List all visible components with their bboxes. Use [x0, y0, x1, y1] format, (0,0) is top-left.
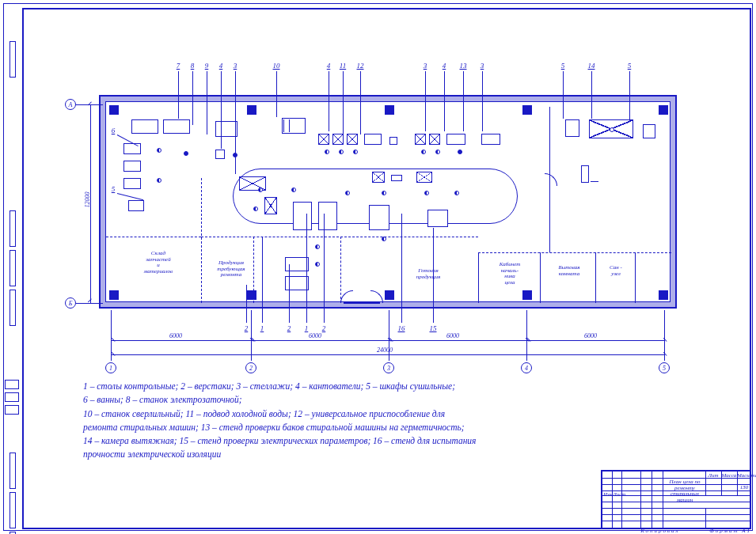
title-block-footer: Копировал Формат А1 — [601, 528, 751, 534]
dim-bay: 6000 — [584, 332, 597, 339]
room-label-incoming: Продукциятребующаяремонта — [209, 260, 253, 278]
callout: 2 — [318, 324, 329, 332]
drawing-title: План цеха по ремонту стиральных машин — [666, 479, 704, 504]
callout: 4 — [215, 62, 226, 70]
tb-cell: Лист — [613, 491, 621, 498]
callout: 5 — [624, 62, 635, 70]
legend-line: прочности электрической изоляции — [83, 448, 590, 461]
callout: 3 — [477, 62, 488, 70]
callout: 10 — [271, 62, 282, 70]
callout: 2 — [241, 324, 252, 332]
room-label-finished: Готоваяпродукция — [401, 268, 456, 280]
callout: 1 — [256, 324, 268, 332]
callout: 8 — [187, 62, 198, 70]
callout: 12 — [355, 62, 366, 70]
copied-label: Копировал — [640, 528, 679, 534]
callout: 14 — [586, 62, 597, 70]
callout: 15 — [427, 324, 439, 332]
callout: 1 — [301, 324, 312, 332]
room-label-rest: Бытоваякомната — [548, 265, 591, 277]
callout: 11 — [337, 62, 348, 70]
building-interior: Складзапчастейиматериалов Продукциятребу… — [105, 101, 671, 302]
grid-bubble: 3 — [383, 362, 394, 373]
legend-line: 6 – ванны; 8 – станок электрозаточной; — [83, 393, 590, 407]
floor-plan: Складзапчастейиматериалов Продукциятребу… — [55, 47, 681, 305]
room-label-wc: Сан -узел — [600, 265, 632, 277]
callout: 3 — [420, 62, 431, 70]
callout: 4 — [439, 62, 450, 70]
dim-width: 24000 — [377, 347, 393, 354]
format-label: Формат А1 — [709, 528, 751, 534]
callout: 5 — [108, 185, 119, 193]
grid-bubble: 1 — [105, 362, 116, 373]
legend-line: 10 – станок сверлильный; 11 – подвод хол… — [83, 407, 590, 421]
callout: 5 — [557, 62, 568, 70]
legend-line: 1 – столы контрольные; 2 – верстаки; 3 –… — [83, 380, 590, 393]
dim-bay: 6000 — [309, 332, 321, 339]
legend-line: ремонта стиральных машин; 13 – стенд про… — [83, 421, 590, 434]
binding-margin — [3, 3, 22, 529]
room-label-storage: Складзапчастейиматериалов — [127, 251, 190, 275]
tb-cell: Масса — [721, 472, 737, 479]
grid-bubble-a: А — [65, 99, 76, 110]
grid-bubble: 2 — [245, 362, 256, 373]
dim-bay: 6000 — [446, 332, 459, 339]
callout: 2 — [283, 324, 294, 332]
callout: 13 — [458, 62, 469, 70]
callout: 3 — [230, 62, 241, 70]
sheet-number: 130 — [737, 484, 751, 490]
title-block: План цеха по ремонту стиральных машин 13… — [601, 470, 751, 529]
grid-bubble-b: Б — [65, 297, 76, 309]
callout: 4 — [323, 62, 334, 70]
tb-cell: Масштаб — [737, 472, 753, 479]
callout: 6 — [108, 127, 119, 134]
dim-height: 12000 — [84, 192, 91, 208]
grid-bubble: 5 — [659, 362, 670, 373]
grid-bubble: 4 — [521, 362, 532, 373]
tb-cell: Изм — [603, 491, 611, 498]
legend-line: 14 – камера вытяжная; 15 – стенд проверк… — [83, 434, 590, 448]
callout: 16 — [396, 324, 407, 332]
tb-cell: Лит — [707, 472, 720, 479]
dim-bay: 6000 — [169, 332, 182, 339]
callout: 7 — [173, 62, 184, 70]
room-label-chief: Кабинетначаль-никацеха — [486, 262, 534, 286]
callout: 9 — [201, 62, 212, 70]
equipment-legend: 1 – столы контрольные; 2 – верстаки; 3 –… — [83, 380, 590, 462]
